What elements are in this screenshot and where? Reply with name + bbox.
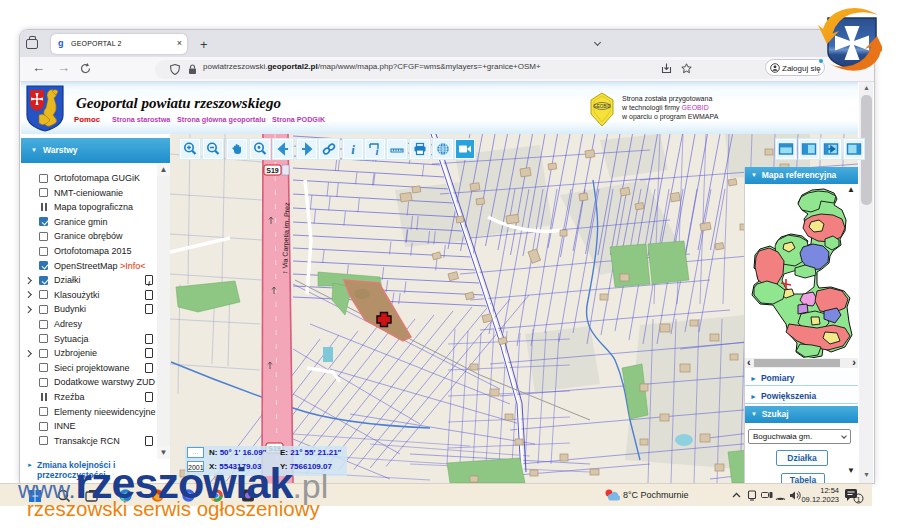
svg-text:GEOBID: GEOBID: [593, 104, 611, 109]
svg-text:S19: S19: [266, 167, 279, 174]
svg-text:1: 1: [856, 495, 861, 504]
